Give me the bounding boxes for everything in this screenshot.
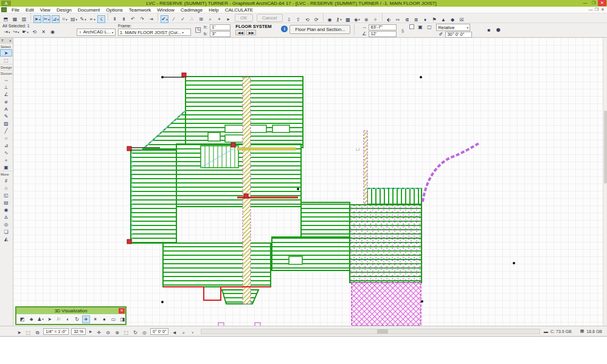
vertical-scrollbar[interactable]: [603, 38, 607, 326]
rotate-icon[interactable]: ⟲: [30, 28, 38, 36]
elevation-tool[interactable]: ⌂: [0, 184, 12, 191]
scale-selector[interactable]: 1/4" = 1'-0": [43, 328, 69, 335]
drawing-tool[interactable]: ❏: [0, 228, 12, 235]
selection-frame-icon[interactable]: ⬚: [24, 329, 32, 337]
walk-mode-icon[interactable]: ➤: [46, 315, 54, 323]
tree-icon[interactable]: ♣: [27, 315, 35, 323]
key-icon[interactable]: ⚷▾: [335, 16, 343, 24]
magic-wand-icon[interactable]: ☇: [97, 15, 105, 23]
photo-render-icon[interactable]: ◨: [119, 315, 127, 323]
text-tool[interactable]: A: [0, 105, 12, 112]
floor-plan-canvas[interactable]: LJ: [13, 38, 603, 326]
pen-set-icon[interactable]: ✎▾: [79, 15, 87, 23]
dropdown-arrow-icon[interactable]: ▾: [48, 18, 50, 21]
trace-reference-icon[interactable]: ⧉: [33, 329, 41, 337]
diamond-icon[interactable]: ♦: [421, 16, 429, 24]
toolbox-section-select[interactable]: Select: [0, 43, 13, 49]
next-group-button[interactable]: ▶▶: [246, 30, 256, 35]
dropdown-arrow-icon[interactable]: ▾: [27, 30, 29, 34]
layer-combo[interactable]: ♁ ArchiCAD L...▸: [77, 29, 116, 36]
cancel-button[interactable]: Cancel: [257, 14, 283, 22]
marquee-tool[interactable]: ⬚: [0, 57, 12, 64]
change-tool[interactable]: Δ: [0, 213, 12, 221]
reserve-icon[interactable]: ⇩: [285, 16, 293, 24]
pin-icon[interactable]: ◉: [326, 16, 334, 24]
minimize-button[interactable]: —: [581, 0, 589, 6]
figure-tool[interactable]: ▣: [0, 163, 12, 171]
zoom-out-icon[interactable]: ⊖: [104, 329, 112, 337]
zoom-selector[interactable]: 32 %: [71, 328, 86, 335]
sphere-icon[interactable]: ●: [100, 315, 108, 323]
orbit-icon[interactable]: ↻: [131, 329, 139, 337]
shading-icon[interactable]: ◐: [64, 315, 72, 323]
teamwork-undo-icon[interactable]: ⟲: [304, 16, 311, 24]
patch-tool[interactable]: ◭: [0, 235, 12, 242]
child-window-icon[interactable]: [1, 7, 7, 12]
label-tool[interactable]: ✎: [0, 112, 12, 120]
gem-icon[interactable]: ◆: [449, 16, 457, 24]
ok-button[interactable]: OK: [235, 14, 253, 22]
orbit-icon[interactable]: ↻: [73, 315, 81, 323]
person-icon[interactable]: ♟▾: [36, 315, 44, 323]
grid-toggle-icon[interactable]: ▢: [425, 23, 433, 31]
vertical-scroll-thumb[interactable]: [604, 111, 607, 184]
angle-dimension-tool[interactable]: ∠: [0, 91, 12, 98]
schedule-list-icon[interactable]: ≣: [412, 16, 420, 24]
dropdown-arrow-icon[interactable]: ▾: [358, 18, 360, 21]
height-field[interactable]: 12': [369, 31, 397, 37]
dropdown-arrow-icon[interactable]: ▾: [340, 18, 342, 21]
coordinate-checkbox[interactable]: [409, 24, 414, 29]
zoom-in-icon[interactable]: ⊕: [113, 329, 121, 337]
fill-tool[interactable]: ▨: [0, 120, 12, 127]
prev-group-button[interactable]: ◀◀: [235, 30, 245, 35]
overflow-icon[interactable]: ▸: [224, 15, 232, 23]
dropdown-arrow-icon[interactable]: ▾: [18, 30, 19, 34]
flag-icon[interactable]: ⚑: [431, 16, 439, 24]
triangle-icon[interactable]: ▲: [440, 16, 448, 24]
layer-settings-icon[interactable]: ▩: [344, 16, 352, 24]
adjust-icon[interactable]: ⊿▾: [52, 15, 60, 23]
undo-icon[interactable]: ↶: [129, 15, 137, 23]
package-icon[interactable]: ⬖: [385, 16, 393, 24]
grid-snap-icon[interactable]: ⌗▾: [61, 16, 69, 24]
intersect-icon[interactable]: ✕: [40, 28, 47, 36]
line-mode-icon[interactable]: ∕: [170, 15, 178, 23]
guide-dots-icon[interactable]: ∴: [188, 15, 196, 23]
3d-palette-titlebar[interactable]: 3D Visualization ✕: [16, 307, 125, 314]
repeat-last-icon[interactable]: ⇥: [147, 15, 155, 23]
chain-icon[interactable]: §: [398, 27, 406, 35]
worksheet-tool[interactable]: ▤: [0, 199, 12, 206]
h-field[interactable]: 1': [210, 24, 231, 30]
close-box-icon[interactable]: ☒: [458, 16, 466, 24]
close-button[interactable]: ✕: [598, 0, 606, 6]
polyline-tool[interactable]: ⊿: [0, 142, 12, 149]
eye-icon[interactable]: ◉: [49, 28, 57, 36]
stamp-icon[interactable]: ⊞: [197, 15, 205, 23]
dropdown-arrow-icon[interactable]: ▾: [66, 18, 68, 21]
tv-view-icon[interactable]: ▭: [109, 315, 117, 323]
toolbox-section-docum[interactable]: Docum: [0, 70, 13, 76]
offset-icon[interactable]: ⇥▾: [3, 28, 11, 36]
globe-icon[interactable]: ⊕: [362, 16, 370, 24]
dropdown-arrow-icon[interactable]: ▾: [57, 18, 59, 21]
pick-up-parameters-icon[interactable]: ⇞: [111, 15, 119, 23]
maximize-button[interactable]: ❐: [589, 0, 598, 6]
dropdown-arrow-icon[interactable]: ▾: [85, 18, 86, 21]
dropdown-arrow-icon[interactable]: ▾: [9, 30, 10, 34]
flag-mode-icon[interactable]: ⚐: [55, 315, 63, 323]
dropdown-arrow-icon[interactable]: ▾: [76, 18, 78, 21]
interior-elevation-tool[interactable]: ◱: [0, 191, 12, 199]
toolbox-section-more[interactable]: More: [0, 171, 13, 177]
detail-tool[interactable]: ◉: [0, 206, 12, 213]
arrow-tool[interactable]: ➤: [0, 49, 12, 57]
teamwork-redo-icon[interactable]: ⟳: [313, 16, 321, 24]
sun-study-icon[interactable]: ☀: [91, 315, 99, 323]
magnify-icon[interactable]: ⌕: [179, 329, 187, 337]
origin-toggle-icon[interactable]: ▣: [416, 23, 424, 31]
solid-op-icon[interactable]: ■: [485, 26, 493, 34]
toolbox-section-design[interactable]: Design: [0, 64, 13, 70]
distance-field[interactable]: 63'-7": [369, 24, 397, 30]
section-tool[interactable]: ♯: [0, 177, 12, 184]
wave-icon[interactable]: ∾: [394, 16, 402, 24]
arrow-tool-icon[interactable]: ➤▾: [33, 15, 41, 23]
